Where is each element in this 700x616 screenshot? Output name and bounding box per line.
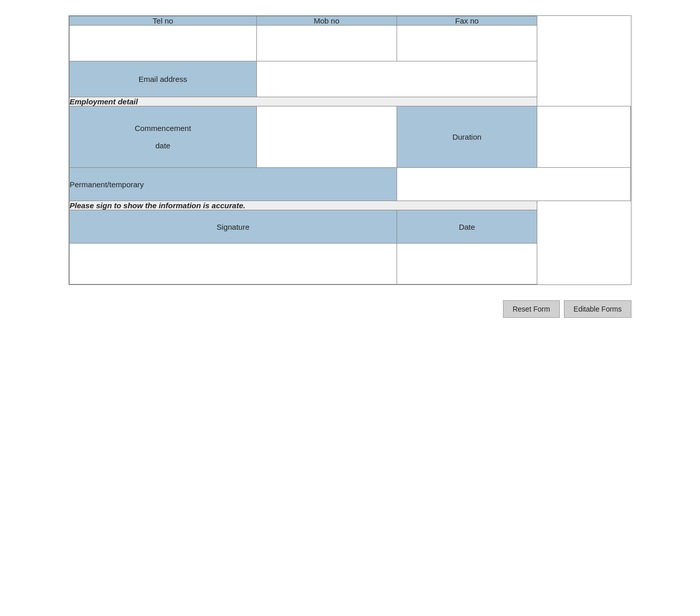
table-row-sig-inputs xyxy=(70,244,631,284)
table-row-tel-inputs xyxy=(70,26,631,61)
table-row-email: Email address xyxy=(70,61,631,97)
mob-no-header: Mob no xyxy=(256,16,397,26)
signature-input-cell[interactable] xyxy=(70,244,397,284)
email-address-input-cell[interactable] xyxy=(256,61,537,97)
table-row-permanent: Permanent/temporary xyxy=(70,168,631,201)
reset-form-button[interactable]: Reset Form xyxy=(503,300,560,318)
email-address-input[interactable] xyxy=(257,61,537,97)
form-table: Tel no Mob no Fax no Email address xyxy=(69,16,631,284)
sign-notice-header: Please sign to show the information is a… xyxy=(70,201,537,210)
tel-no-header: Tel no xyxy=(70,16,257,26)
duration-header: Duration xyxy=(397,106,537,168)
form-container: Tel no Mob no Fax no Email address xyxy=(69,15,631,285)
button-row: Reset Form Editable Forms xyxy=(69,300,631,318)
tel-no-input[interactable] xyxy=(70,26,256,61)
tel-no-input-cell[interactable] xyxy=(70,26,257,61)
date-input[interactable] xyxy=(397,244,537,284)
commencement-date-input-cell[interactable] xyxy=(256,106,397,168)
table-row-sign-notice: Please sign to show the information is a… xyxy=(70,201,631,210)
commencement-date-input[interactable] xyxy=(257,106,397,167)
fax-no-input-cell[interactable] xyxy=(397,26,537,61)
permanent-temporary-input[interactable] xyxy=(397,168,630,201)
date-input-cell[interactable] xyxy=(397,244,537,284)
editable-forms-button[interactable]: Editable Forms xyxy=(564,300,631,318)
mob-no-input-cell[interactable] xyxy=(256,26,397,61)
date-header: Date xyxy=(397,210,537,244)
table-row-employment-dates: Commencementdate Duration xyxy=(70,106,631,168)
email-address-header: Email address xyxy=(70,61,257,97)
permanent-temporary-input-cell[interactable] xyxy=(397,168,630,201)
commencement-date-header: Commencementdate xyxy=(70,106,257,168)
permanent-temporary-header: Permanent/temporary xyxy=(70,168,397,201)
duration-input-cell[interactable] xyxy=(537,106,631,168)
mob-no-input[interactable] xyxy=(257,26,397,61)
table-row-employment-header: Employment detail xyxy=(70,97,631,106)
employment-detail-header: Employment detail xyxy=(70,97,537,106)
table-row-tel-headers: Tel no Mob no Fax no xyxy=(70,16,631,26)
fax-no-input[interactable] xyxy=(397,26,537,61)
signature-header: Signature xyxy=(70,210,397,244)
table-row-sig-headers: Signature Date xyxy=(70,210,631,244)
fax-no-header: Fax no xyxy=(397,16,537,26)
duration-input[interactable] xyxy=(537,106,630,167)
signature-input[interactable] xyxy=(70,244,397,284)
